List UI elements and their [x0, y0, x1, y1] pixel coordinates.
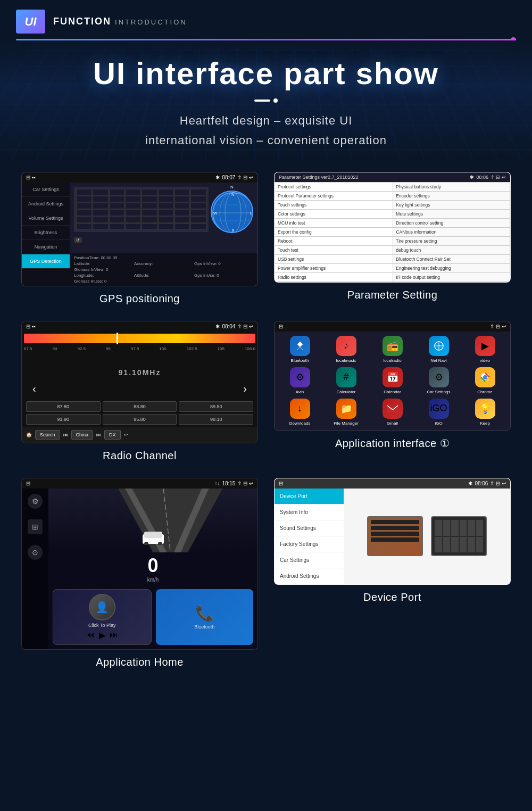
param-row: Touch testdebug touch: [275, 245, 510, 254]
gps-menu-car-settings[interactable]: Car Settings: [22, 183, 70, 197]
device-menu-port[interactable]: Device Port: [275, 489, 344, 504]
sidebar-gear-icon[interactable]: ⚙: [28, 494, 43, 509]
param-cell[interactable]: MCU info test: [275, 218, 393, 227]
radio-prev-arrow[interactable]: ‹: [32, 383, 36, 395]
device-status-left: ⊟: [279, 481, 283, 486]
home-music-controls[interactable]: ⏮ ▶ ⏭: [86, 630, 118, 640]
radio-needle: [117, 333, 118, 344]
param-cell[interactable]: Direction control setting: [393, 218, 510, 227]
home-phone-card[interactable]: 📞 Bluetooth: [156, 589, 254, 645]
gps-menu-nav[interactable]: Navigation: [22, 240, 70, 254]
param-cell[interactable]: Radio settings: [275, 272, 393, 282]
app-chrome[interactable]: Chrome: [464, 367, 506, 394]
param-cell[interactable]: Key light settings: [393, 200, 510, 209]
radio-next-arrow[interactable]: ›: [243, 383, 247, 395]
param-cell[interactable]: Touch test: [275, 245, 393, 254]
param-cell[interactable]: IR code output setting: [393, 272, 510, 282]
param-cell[interactable]: Color settings: [275, 209, 393, 218]
app-music-icon: ♪: [336, 336, 356, 356]
radio-arrows[interactable]: ‹ ›: [22, 383, 257, 395]
param-cell[interactable]: USB settings: [275, 254, 393, 263]
music-next-icon[interactable]: ⏭: [110, 630, 118, 640]
radio-preset-3[interactable]: 89.80: [179, 401, 253, 412]
param-row: Radio settingsIR code output setting: [275, 272, 510, 282]
param-cell[interactable]: Export the config: [275, 227, 393, 236]
app-bluetooth[interactable]: Bluetooth: [279, 336, 321, 363]
radio-next-btn[interactable]: ⏭: [96, 432, 101, 437]
param-cell[interactable]: Tire pressure setting: [393, 236, 510, 245]
gps-bt-icon: ✱: [215, 175, 220, 180]
device-menu-sound[interactable]: Sound Settings: [275, 520, 344, 536]
app-downloads[interactable]: ↓ Downloads: [279, 399, 321, 426]
music-play-icon[interactable]: ▶: [99, 630, 105, 640]
music-prev-icon[interactable]: ⏮: [86, 630, 95, 640]
radio-prev-btn[interactable]: ⏮: [63, 432, 68, 437]
radio-preset-4[interactable]: 91.90: [26, 414, 101, 425]
param-cell[interactable]: Bluetooth Connect Pair Set: [393, 254, 510, 263]
hero-subtitle-1: Heartfelt design – exquisite UI: [21, 111, 511, 130]
radio-preset-1[interactable]: 87.80: [26, 401, 101, 412]
radio-china-btn[interactable]: China: [71, 430, 94, 440]
radio-search-btn[interactable]: Search: [35, 430, 60, 440]
hero-title: UI interface part show: [21, 56, 511, 90]
logo: UI: [16, 10, 45, 34]
radio-preset-2[interactable]: 88.80: [103, 401, 177, 412]
device-menu-factory[interactable]: Factory Settings: [275, 536, 344, 552]
radio-dx-btn[interactable]: DX: [104, 430, 121, 440]
app-filemanager[interactable]: 📁 File Manager: [325, 399, 367, 426]
param-table: Protocol settingsPhysical buttons studyP…: [275, 182, 510, 282]
sidebar-nav-icon[interactable]: ⊙: [28, 545, 43, 560]
param-cell[interactable]: Engineering test debugging: [393, 263, 510, 272]
app-localradio[interactable]: 📻 localradio: [371, 336, 413, 363]
app-video[interactable]: ▶ video: [464, 336, 506, 363]
home-music-card[interactable]: 👤 Click To Play ⏮ ▶ ⏭: [53, 589, 152, 645]
param-cell[interactable]: Protocol Parameter settings: [275, 191, 393, 200]
gps-menu-brightness[interactable]: Brightness: [22, 226, 70, 240]
app-calc-label: Calculator: [336, 390, 355, 394]
param-cell[interactable]: Mute settings: [393, 209, 510, 218]
radio-back-btn[interactable]: ↩: [124, 432, 128, 437]
gps-glonass-in-view: Glonass InView: 0: [74, 267, 133, 272]
param-cell[interactable]: Power amplifier settings: [275, 263, 393, 272]
sidebar-grid-icon[interactable]: ⊞: [28, 519, 43, 534]
apps-caption: Application interface ①: [335, 437, 450, 450]
param-header-text: Parameter Settings ver2.7_20181022: [279, 175, 359, 180]
radio-preset-6[interactable]: 98.10: [179, 414, 253, 425]
app-avin[interactable]: ⚙ Avin: [279, 367, 321, 394]
param-cell[interactable]: Touch settings: [275, 200, 393, 209]
param-cell[interactable]: CANbus information: [393, 227, 510, 236]
param-icons: ⇑ ⊟ ↩: [491, 175, 506, 180]
header-title-bold: FUNCTION: [53, 16, 111, 27]
app-gmail[interactable]: Gmail: [371, 399, 413, 426]
app-fm-icon: 📁: [336, 399, 356, 419]
gps-menu-volume[interactable]: Volume Settings: [22, 211, 70, 226]
device-menu-android[interactable]: Android Settings: [275, 568, 344, 584]
param-cell[interactable]: Encoder settings: [393, 191, 510, 200]
app-calendar[interactable]: 📅 Calendar: [371, 367, 413, 394]
hero-divider: [21, 98, 511, 103]
gps-menu-android[interactable]: Android Settings: [22, 197, 70, 211]
app-localmusic[interactable]: ♪ localmusic: [325, 336, 367, 363]
app-keep[interactable]: 💡 Keep: [464, 399, 506, 426]
radio-bt: ✱: [215, 324, 220, 329]
gps-menu-gps[interactable]: GPS Detection: [22, 254, 70, 269]
app-netnavi[interactable]: Net Navi: [418, 336, 460, 363]
param-cell[interactable]: Protocol settings: [275, 182, 393, 191]
device-menu-car[interactable]: Car Settings: [275, 552, 344, 568]
radio-preset-5[interactable]: 95.80: [103, 414, 177, 425]
app-car-settings[interactable]: ⚙ Car Settings: [418, 367, 460, 394]
param-cell[interactable]: Reboot: [275, 236, 393, 245]
svg-point-12: [483, 375, 487, 379]
device-menu-system[interactable]: System Info: [275, 504, 344, 520]
param-cell[interactable]: Physical buttons study: [393, 182, 510, 191]
home-icons: ⇑ ⊟ ↩: [237, 481, 253, 486]
home-section: ⊟ ↑↓ 18:15 ⇑ ⊟ ↩ ⚙ ⊞ ⊙: [21, 478, 258, 668]
app-igo[interactable]: iGO iGO: [418, 399, 460, 426]
app-calculator[interactable]: # Calculator: [325, 367, 367, 394]
param-cell[interactable]: debug touch: [393, 245, 510, 254]
gps-caption: GPS positioning: [99, 293, 180, 305]
radio-home-btn[interactable]: 🏠: [26, 432, 32, 437]
device-time: 08:06: [475, 481, 488, 486]
param-caption: Parameter Setting: [347, 289, 438, 301]
apps-section: ⊟ ⇑ ⊟ ↩ Bluetooth ♪ localmusic: [274, 321, 511, 462]
